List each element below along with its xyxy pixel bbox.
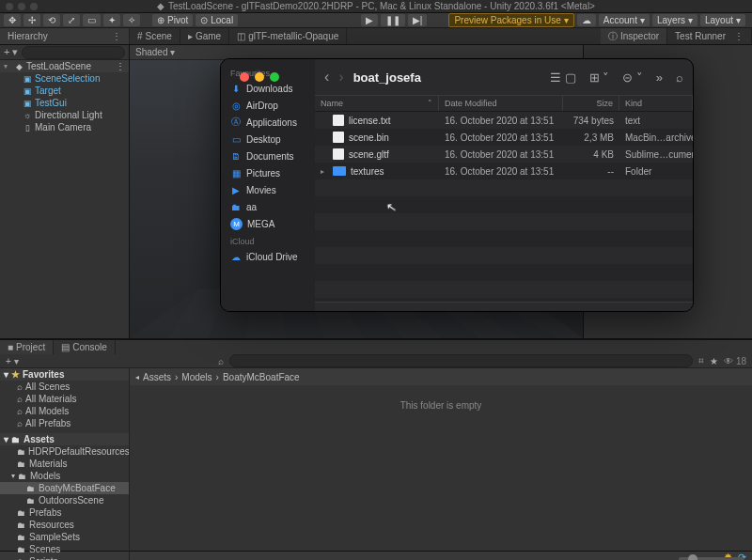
project-search[interactable] bbox=[229, 354, 693, 367]
finder-title: boat_josefa bbox=[353, 70, 421, 85]
view-list-button[interactable]: ☰ ▢ bbox=[550, 70, 576, 85]
breadcrumb[interactable]: ◂ Assets › Models › BoatyMcBoatFace bbox=[130, 368, 752, 385]
movies-icon: ▶ bbox=[230, 184, 242, 195]
folder-item[interactable]: 🖿Materials bbox=[0, 458, 129, 470]
folder-item[interactable]: 🖿SampleSets bbox=[0, 531, 129, 543]
hierarchy-item[interactable]: ▯Main Camera bbox=[0, 121, 129, 133]
tab-menu-icon[interactable]: ⋮ bbox=[112, 31, 121, 41]
sidebar-item-aa[interactable]: 🖿aa bbox=[221, 198, 315, 215]
rect-tool-button[interactable]: ▭ bbox=[83, 14, 101, 26]
local-toggle[interactable]: ⊙ Local bbox=[196, 14, 238, 26]
layout-dropdown[interactable]: Layout ▾ bbox=[700, 14, 745, 26]
favorite-item[interactable]: ⌕All Scenes bbox=[0, 381, 129, 393]
favorites-header[interactable]: ▾★Favorites bbox=[0, 368, 129, 381]
file-row[interactable]: scene.gltf 16. October 2020 at 13:514 KB… bbox=[315, 146, 693, 163]
scale-tool-button[interactable]: ⤢ bbox=[63, 14, 80, 26]
console-tab[interactable]: ▤ Console bbox=[54, 340, 116, 354]
shading-dropdown[interactable]: Shaded ▾ bbox=[135, 47, 175, 57]
hierarchy-item[interactable]: ▣SceneSelection bbox=[0, 72, 129, 85]
folder-item[interactable]: ▾🖿Models bbox=[0, 470, 129, 482]
gltf-tab[interactable]: ◫glTF-metallic-Opaque bbox=[229, 28, 347, 44]
slider-thumb[interactable] bbox=[688, 554, 697, 560]
col-date[interactable]: Date Modified bbox=[439, 96, 563, 111]
finder-window[interactable]: Favourites ⬇Downloads ◎AirDrop ⒶApplicat… bbox=[220, 58, 694, 312]
step-button[interactable]: ▶| bbox=[408, 14, 428, 26]
col-kind[interactable]: Kind bbox=[619, 96, 693, 111]
min-dot[interactable] bbox=[18, 3, 25, 10]
transform-tool-button[interactable]: ✦ bbox=[103, 14, 120, 26]
move-tool-button[interactable]: ✢ bbox=[24, 14, 40, 26]
game-tab[interactable]: ▸Game bbox=[180, 28, 229, 44]
folder-item[interactable]: 🖿Resources bbox=[0, 519, 129, 531]
more-button[interactable]: » bbox=[656, 70, 663, 85]
empty-row bbox=[315, 230, 693, 247]
folder-item-selected[interactable]: 🖿BoatyMcBoatFace bbox=[0, 482, 129, 494]
search-icon[interactable]: ⌕ bbox=[676, 70, 683, 85]
cloud-button[interactable]: ☁ bbox=[577, 14, 596, 26]
filter-button[interactable]: ⌗ bbox=[698, 355, 704, 366]
minimize-button[interactable] bbox=[255, 72, 264, 82]
folder-item[interactable]: 🖿Prefabs bbox=[0, 506, 129, 519]
col-name[interactable]: Name ˄ bbox=[315, 96, 439, 111]
favorite-item[interactable]: ⌕All Prefabs bbox=[0, 417, 129, 429]
hand-tool-button[interactable]: ✥ bbox=[4, 14, 21, 26]
zoom-button[interactable] bbox=[270, 72, 279, 82]
folder-item[interactable]: 🖿Scripts bbox=[0, 555, 129, 560]
folder-item[interactable]: 🖿HDRPDefaultResources bbox=[0, 445, 129, 458]
back-button[interactable]: ‹ bbox=[324, 69, 329, 86]
mega-icon: M bbox=[230, 218, 243, 230]
group-button[interactable]: ⊞ ˅ bbox=[589, 70, 610, 85]
create-dropdown[interactable]: + ▾ bbox=[6, 356, 19, 366]
action-button[interactable]: ⊝ ˅ bbox=[622, 70, 643, 85]
icloud-icon: ☁ bbox=[230, 251, 242, 262]
scene-root[interactable]: ▾◆TestLoadScene⋮ bbox=[0, 60, 129, 72]
sidebar-item-pictures[interactable]: ▦Pictures bbox=[221, 164, 315, 181]
assets-header[interactable]: ▾🖿Assets bbox=[0, 433, 129, 445]
sidebar-item-airdrop[interactable]: ◎AirDrop bbox=[221, 97, 315, 114]
hierarchy-item[interactable]: ☼Directional Light bbox=[0, 109, 129, 121]
empty-row bbox=[315, 281, 693, 298]
hierarchy-search[interactable] bbox=[22, 46, 125, 59]
max-dot[interactable] bbox=[30, 3, 38, 10]
hierarchy-tab[interactable]: Hierarchy⋮ bbox=[0, 28, 130, 44]
custom-tool-button[interactable]: ✧ bbox=[123, 14, 140, 26]
window-titlebar: ◆ TestLoadScene - glTFastDemo2020.2HDRP … bbox=[0, 0, 752, 13]
sidebar-item-documents[interactable]: 🗎Documents bbox=[221, 148, 315, 164]
finder-scrollbar[interactable] bbox=[315, 302, 693, 311]
favorite-item[interactable]: ⌕All Materials bbox=[0, 393, 129, 405]
rotate-tool-button[interactable]: ⟲ bbox=[43, 14, 60, 26]
favorite-button[interactable]: ★ bbox=[710, 356, 718, 366]
sidebar-item-desktop[interactable]: ▭Desktop bbox=[221, 131, 315, 148]
forward-button[interactable]: › bbox=[338, 69, 343, 86]
folder-item[interactable]: 🖿Scenes bbox=[0, 543, 129, 555]
test-runner-tab[interactable]: Test Runner⋮ bbox=[667, 28, 752, 44]
account-dropdown[interactable]: Account ▾ bbox=[599, 14, 650, 26]
pivot-toggle[interactable]: ⊕ Pivot bbox=[152, 14, 193, 26]
hidden-toggle[interactable]: 👁 18 bbox=[724, 356, 746, 366]
close-dot[interactable] bbox=[6, 3, 13, 10]
column-headers[interactable]: Name ˄ Date Modified Size Kind bbox=[315, 95, 693, 112]
inspector-tab[interactable]: ⓘInspector bbox=[601, 28, 667, 44]
layers-dropdown[interactable]: Layers ▾ bbox=[652, 14, 697, 26]
preview-packages-button[interactable]: Preview Packages in Use ▾ bbox=[448, 13, 573, 27]
folder-row[interactable]: ▸textures 16. October 2020 at 13:51--Fol… bbox=[315, 163, 693, 179]
close-button[interactable] bbox=[240, 72, 249, 82]
folder-item[interactable]: 🖿OutdoorsScene bbox=[0, 494, 129, 506]
create-dropdown[interactable]: + ▾ bbox=[4, 46, 18, 58]
scene-tab[interactable]: #Scene bbox=[130, 28, 180, 44]
hierarchy-item[interactable]: ▣TestGui bbox=[0, 97, 129, 109]
sidebar-item-applications[interactable]: ⒶApplications bbox=[221, 114, 315, 131]
project-tab[interactable]: ■ Project bbox=[0, 340, 54, 354]
file-row[interactable]: scene.bin 16. October 2020 at 13:512,3 M… bbox=[315, 129, 693, 146]
sidebar-item-mega[interactable]: MMEGA bbox=[221, 215, 315, 233]
sidebar-item-movies[interactable]: ▶Movies bbox=[221, 181, 315, 198]
play-button[interactable]: ▶ bbox=[361, 14, 378, 26]
pause-button[interactable]: ❚❚ bbox=[381, 14, 405, 26]
file-row[interactable]: license.txt 16. October 2020 at 13:51734… bbox=[315, 112, 693, 129]
favorite-item[interactable]: ⌕All Models bbox=[0, 405, 129, 417]
sidebar-item-icloud[interactable]: ☁iCloud Drive bbox=[221, 248, 315, 265]
col-size[interactable]: Size bbox=[563, 96, 619, 111]
macos-traffic-lights[interactable] bbox=[6, 3, 38, 10]
hierarchy-item[interactable]: ▣Target bbox=[0, 85, 129, 97]
file-list[interactable]: license.txt 16. October 2020 at 13:51734… bbox=[315, 112, 693, 302]
